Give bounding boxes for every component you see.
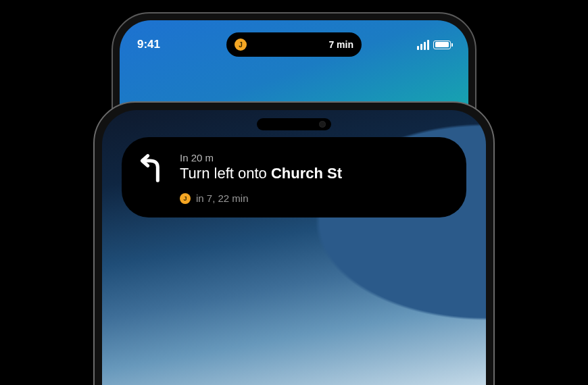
instruction-prefix: Turn left onto — [180, 165, 271, 182]
volume-down-button — [93, 267, 95, 308]
power-button — [493, 224, 495, 285]
phone-front-frame: In 20 m Turn left onto Church St J in 7,… — [93, 101, 495, 385]
instruction-street: Church St — [271, 165, 342, 182]
dynamic-island-expanded[interactable]: In 20 m Turn left onto Church St J in 7,… — [122, 137, 466, 217]
instruction-text: Turn left onto Church St — [180, 165, 449, 182]
compact-eta-text: 7 min — [328, 39, 353, 50]
side-button — [93, 184, 95, 207]
notch — [257, 118, 331, 130]
distance-label: In 20 m — [180, 152, 449, 163]
eta-row: J in 7, 22 min — [180, 192, 449, 204]
turn-left-arrow-icon — [138, 153, 168, 183]
phone-front-screen: In 20 m Turn left onto Church St J in 7,… — [102, 110, 486, 385]
battery-icon — [433, 41, 451, 49]
app-badge-icon: J — [180, 193, 191, 204]
status-bar: 9:41 J 7 min — [120, 31, 468, 58]
dynamic-island-compact[interactable]: J 7 min — [226, 32, 362, 57]
volume-up-button — [93, 217, 95, 258]
status-right — [390, 40, 451, 50]
front-camera-icon — [319, 121, 326, 128]
status-time: 9:41 — [137, 38, 198, 51]
navigation-instruction: In 20 m Turn left onto Church St J in 7,… — [180, 152, 449, 204]
app-badge-icon: J — [235, 38, 247, 51]
cellular-signal-icon — [417, 40, 429, 50]
eta-text: in 7, 22 min — [196, 192, 249, 204]
